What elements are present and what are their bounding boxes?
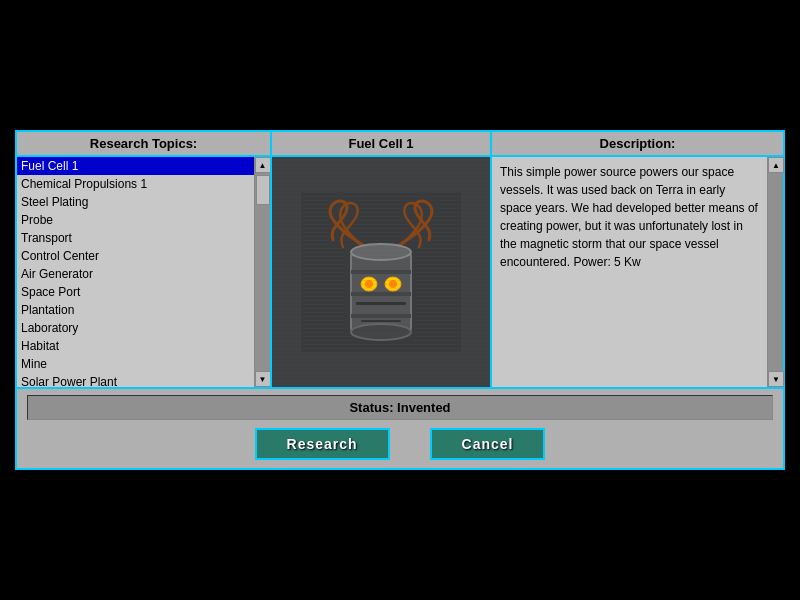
scroll-track (255, 173, 270, 371)
item-name-header: Fuel Cell 1 (272, 132, 490, 157)
desc-container: This simple power source powers our spac… (492, 157, 783, 387)
svg-rect-5 (351, 292, 411, 296)
list-container: Fuel Cell 1Chemical Propulsions 1Steel P… (17, 157, 270, 387)
description-text: This simple power source powers our spac… (492, 157, 767, 387)
fuel-cell-image (301, 192, 461, 352)
list-item[interactable]: Transport (17, 229, 254, 247)
list-item[interactable]: Fuel Cell 1 (17, 157, 254, 175)
desc-scroll-track (768, 173, 783, 371)
list-item[interactable]: Laboratory (17, 319, 254, 337)
list-item[interactable]: Probe (17, 211, 254, 229)
svg-point-9 (365, 280, 373, 288)
list-item[interactable]: Habitat (17, 337, 254, 355)
research-button[interactable]: Research (255, 428, 390, 460)
description-panel: Description: This simple power source po… (492, 132, 783, 387)
svg-rect-12 (361, 320, 401, 322)
research-topics-panel: Research Topics: Fuel Cell 1Chemical Pro… (17, 132, 272, 387)
research-list: Fuel Cell 1Chemical Propulsions 1Steel P… (17, 157, 254, 387)
status-bar: Status: Invented (27, 395, 773, 420)
svg-point-2 (351, 244, 411, 260)
cancel-button[interactable]: Cancel (430, 428, 546, 460)
list-item[interactable]: Steel Plating (17, 193, 254, 211)
list-item[interactable]: Air Generator (17, 265, 254, 283)
topics-scrollbar[interactable]: ▲ ▼ (254, 157, 270, 387)
scroll-thumb[interactable] (256, 175, 270, 205)
button-row: Research Cancel (255, 428, 546, 460)
dialog-body: Research Topics: Fuel Cell 1Chemical Pro… (17, 132, 783, 387)
list-item[interactable]: Plantation (17, 301, 254, 319)
item-preview-area (272, 157, 490, 387)
list-item[interactable]: Space Port (17, 283, 254, 301)
research-dialog: Research Topics: Fuel Cell 1Chemical Pro… (15, 130, 785, 470)
desc-scrollbar[interactable]: ▲ ▼ (767, 157, 783, 387)
desc-scroll-up[interactable]: ▲ (768, 157, 784, 173)
item-preview-panel: Fuel Cell 1 (272, 132, 492, 387)
research-topics-header: Research Topics: (17, 132, 270, 157)
svg-point-10 (389, 280, 397, 288)
desc-scroll-down[interactable]: ▼ (768, 371, 784, 387)
list-item[interactable]: Chemical Propulsions 1 (17, 175, 254, 193)
list-item[interactable]: Control Center (17, 247, 254, 265)
svg-rect-4 (351, 270, 411, 274)
svg-point-3 (351, 324, 411, 340)
svg-rect-11 (356, 302, 406, 305)
description-header: Description: (492, 132, 783, 157)
bottom-bar: Status: Invented Research Cancel (17, 387, 783, 468)
scroll-down-arrow[interactable]: ▼ (255, 371, 271, 387)
list-item[interactable]: Mine (17, 355, 254, 373)
list-item[interactable]: Solar Power Plant (17, 373, 254, 387)
svg-rect-6 (351, 314, 411, 318)
scroll-up-arrow[interactable]: ▲ (255, 157, 271, 173)
